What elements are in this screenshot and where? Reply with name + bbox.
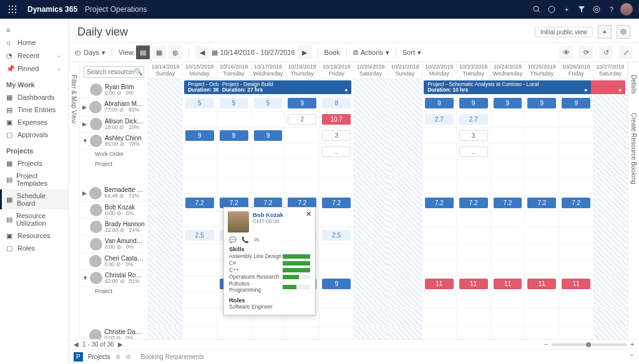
- days-dropdown[interactable]: Days: [84, 49, 99, 56]
- sort-dropdown[interactable]: Sort: [402, 49, 415, 56]
- hours-badge[interactable]: 9: [562, 98, 590, 108]
- refresh-button[interactable]: ⟳: [579, 46, 593, 59]
- hours-badge[interactable]: 9: [527, 98, 556, 108]
- hours-badge[interactable]: 9: [425, 98, 454, 108]
- actions-dropdown[interactable]: Actions: [361, 49, 383, 56]
- hours-badge[interactable]: 9: [254, 130, 283, 141]
- resource-row[interactable]: Van Amundson0:00 ⊘ 0%: [80, 236, 148, 252]
- zoom-out[interactable]: −: [544, 341, 548, 348]
- hours-badge[interactable]: 3: [322, 130, 351, 141]
- hours-badge[interactable]: ..: [322, 146, 351, 157]
- projects-tab[interactable]: Projects: [88, 353, 110, 360]
- resource-row[interactable]: Cheri Castane...0:00 ⊘ 0%: [80, 253, 148, 270]
- close-icon[interactable]: ✕: [306, 210, 311, 218]
- settings-button[interactable]: [617, 25, 630, 39]
- user-avatar[interactable]: [619, 2, 634, 17]
- booking-reqs-tab[interactable]: Booking Requirements: [141, 353, 204, 360]
- filter-map-tab[interactable]: Filter & Map View: [69, 62, 80, 339]
- nav-resource-utilization[interactable]: ▤Resource Utilization: [0, 209, 68, 229]
- waffle-icon[interactable]: [5, 2, 20, 17]
- panel-expand[interactable]: ⌃: [629, 353, 634, 360]
- hours-badge[interactable]: 7.2: [527, 198, 556, 208]
- hours-badge[interactable]: 7.2: [494, 198, 522, 208]
- nav-home[interactable]: ⌂Home: [0, 36, 68, 49]
- search-icon[interactable]: 🔍: [134, 68, 143, 76]
- phone-icon[interactable]: 📞: [241, 236, 249, 243]
- hours-badge[interactable]: ..: [459, 146, 488, 157]
- hours-badge[interactable]: 9: [459, 98, 488, 108]
- create-booking-tab[interactable]: Create Resource Booking: [630, 113, 637, 184]
- zoom-slider[interactable]: [552, 343, 627, 346]
- hours-badge[interactable]: 9: [322, 279, 351, 289]
- next-page[interactable]: ▶: [118, 341, 123, 348]
- hours-badge[interactable]: 9: [494, 98, 522, 108]
- hours-badge[interactable]: 11: [459, 279, 488, 289]
- view-selector[interactable]: Initial public view: [535, 27, 593, 37]
- prev-page[interactable]: ◀: [74, 341, 79, 348]
- hours-badge[interactable]: 7.2: [322, 198, 351, 208]
- resource-row[interactable]: ▼Ashley Chinn85:00 ⊘ 78%: [80, 133, 148, 150]
- filter-icon[interactable]: [574, 2, 589, 17]
- resource-row[interactable]: Ryan Brim0:00 ⊘ 0%: [80, 82, 148, 98]
- chat-icon[interactable]: 💬: [229, 236, 237, 243]
- hours-badge[interactable]: 7.2: [425, 198, 454, 208]
- hours-badge[interactable]: 7.2: [459, 198, 488, 208]
- hours-badge[interactable]: 11: [562, 279, 590, 289]
- nav-recent[interactable]: ◔Recent⌄: [0, 49, 68, 62]
- nav-schedule-board[interactable]: ▦Schedule Board: [0, 189, 68, 209]
- resource-row[interactable]: ▶Allison Dickson18:00 ⊘ 20%: [80, 116, 148, 133]
- add-view-button[interactable]: +: [598, 25, 612, 39]
- details-tab[interactable]: Details: [630, 75, 637, 94]
- resource-row[interactable]: Christie Dawson0:00 ⊘ 0%: [80, 327, 148, 339]
- add-icon[interactable]: +: [559, 2, 574, 17]
- search-input[interactable]: [87, 69, 134, 75]
- nav-resources[interactable]: ▣Resources: [0, 229, 68, 242]
- nav-pinned[interactable]: 📌Pinned⌄: [0, 62, 68, 75]
- nav-time-entries[interactable]: ▤Time Entries: [0, 103, 68, 116]
- nav-projects[interactable]: ▦Projects: [0, 157, 68, 170]
- nav-approvals[interactable]: ▢Approvals: [0, 128, 68, 141]
- gear-icon[interactable]: [589, 2, 604, 17]
- hours-badge[interactable]: 5: [185, 98, 214, 108]
- help-icon[interactable]: ?: [604, 2, 619, 17]
- hours-badge[interactable]: 9: [220, 130, 248, 141]
- hours-badge[interactable]: 2.7: [425, 114, 454, 125]
- view-grid-button[interactable]: ▦: [152, 46, 166, 59]
- nav-roles[interactable]: ▢Roles: [0, 242, 68, 254]
- search-icon[interactable]: [529, 2, 544, 17]
- hours-badge[interactable]: 2.5: [322, 230, 351, 241]
- hours-badge[interactable]: 9: [185, 130, 214, 141]
- hours-badge[interactable]: 5: [254, 98, 283, 108]
- hours-badge[interactable]: 10.7: [322, 114, 351, 125]
- next-range-button[interactable]: ▶: [298, 46, 311, 59]
- hours-badge[interactable]: 8: [322, 98, 351, 108]
- hours-badge[interactable]: 11: [425, 279, 454, 289]
- resource-row[interactable]: Brady Hannon22:00 ⊘ 24%: [80, 219, 148, 236]
- project-bar[interactable]: Project - Design BuildDuration: 27 hrs●: [218, 80, 351, 94]
- nav-collapse[interactable]: ≡: [0, 24, 68, 36]
- resource-row[interactable]: ▼Christal Robles62:00 ⊘ 81%: [80, 270, 148, 287]
- date-range[interactable]: 10/14/2018 - 10/27/2018: [220, 49, 295, 56]
- gear-icon[interactable]: ⚙: [125, 353, 131, 360]
- resource-row[interactable]: Bob Kozak0:00 ⊘ 0%: [80, 202, 148, 219]
- hours-badge[interactable]: 9: [288, 98, 316, 108]
- resource-search[interactable]: 🔍: [84, 66, 144, 78]
- hours-badge[interactable]: 2.5: [185, 230, 214, 241]
- project-bar[interactable]: Project - Schematic Analysis at Contoso …: [424, 80, 591, 94]
- view-list-button[interactable]: ▤: [136, 46, 150, 59]
- hours-badge[interactable]: 2: [288, 114, 316, 125]
- hours-badge[interactable]: 7.2: [562, 198, 590, 208]
- hours-badge[interactable]: 11: [527, 279, 556, 289]
- hours-badge[interactable]: 11: [494, 279, 522, 289]
- zoom-in[interactable]: +: [630, 341, 634, 348]
- hours-badge[interactable]: 7.2: [185, 198, 214, 208]
- book-button[interactable]: Book: [324, 49, 340, 56]
- hours-badge[interactable]: 5: [220, 98, 248, 108]
- add-icon[interactable]: ⊕: [115, 353, 120, 360]
- expand-button[interactable]: ⤢: [619, 46, 633, 59]
- view-globe-button[interactable]: ◍: [168, 46, 182, 59]
- nav-expenses[interactable]: ▣Expenses: [0, 116, 68, 128]
- mail-icon[interactable]: ✉: [254, 236, 259, 243]
- hours-badge[interactable]: 3: [459, 130, 488, 141]
- reset-button[interactable]: ↺: [599, 46, 613, 59]
